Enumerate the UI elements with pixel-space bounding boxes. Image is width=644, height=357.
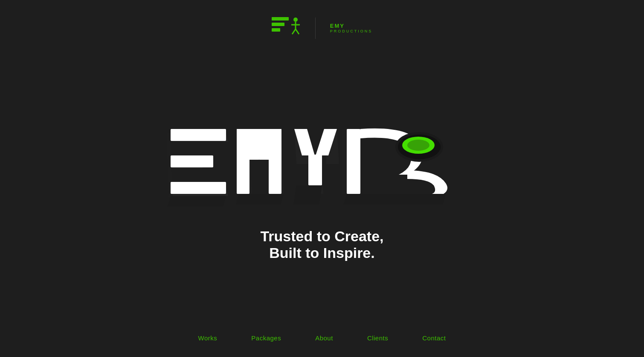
brand-name: EMY bbox=[330, 23, 373, 29]
bottom-nav: Works Packages About Clients Contact bbox=[198, 334, 446, 357]
hero-section: Trusted to Create, Built to Inspire. bbox=[147, 31, 497, 334]
nav-contact[interactable]: Contact bbox=[422, 334, 446, 342]
svg-point-33 bbox=[407, 140, 429, 151]
svg-marker-36 bbox=[293, 185, 322, 205]
big-logo bbox=[147, 104, 497, 215]
svg-point-3 bbox=[293, 18, 298, 22]
svg-marker-35 bbox=[236, 194, 284, 205]
svg-rect-28 bbox=[347, 129, 360, 194]
svg-rect-27 bbox=[308, 155, 322, 185]
svg-rect-14 bbox=[171, 182, 226, 194]
nav-packages[interactable]: Packages bbox=[251, 334, 281, 342]
svg-rect-0 bbox=[272, 17, 289, 20]
svg-marker-29 bbox=[342, 129, 347, 194]
tagline-line2: Built to Inspire. bbox=[260, 245, 383, 261]
nav-about[interactable]: About bbox=[315, 334, 333, 342]
nav-works[interactable]: Works bbox=[198, 334, 218, 342]
svg-rect-12 bbox=[171, 129, 226, 141]
svg-marker-34 bbox=[168, 196, 226, 207]
tagline-line1: Trusted to Create, bbox=[260, 228, 383, 245]
tagline: Trusted to Create, Built to Inspire. bbox=[260, 228, 383, 261]
svg-rect-1 bbox=[272, 23, 284, 26]
nav-clients[interactable]: Clients bbox=[367, 334, 388, 342]
svg-rect-13 bbox=[171, 155, 213, 167]
svg-marker-37 bbox=[344, 194, 446, 205]
